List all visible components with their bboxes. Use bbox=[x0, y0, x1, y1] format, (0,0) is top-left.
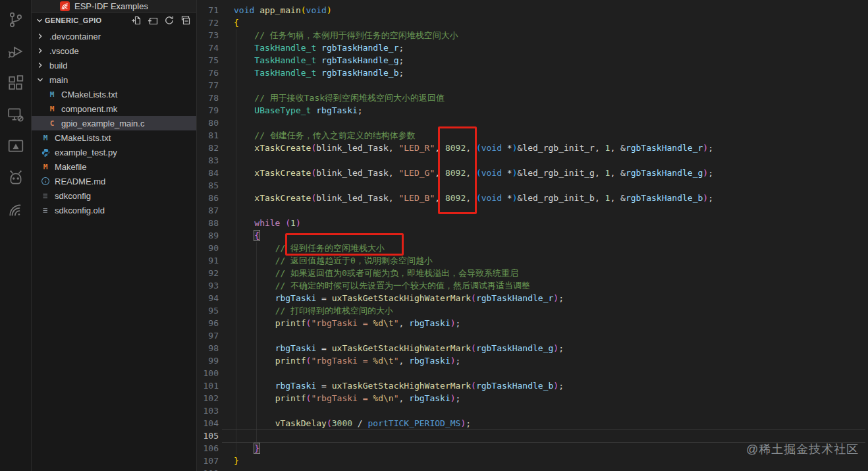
code-line[interactable]: } bbox=[234, 455, 713, 467]
code-line[interactable]: rbgTaski = uxTaskGetStackHighWaterMark(r… bbox=[234, 379, 713, 392]
line-number[interactable]: 93 bbox=[197, 279, 219, 292]
code-line[interactable]: xTaskCreate(blink_led_Task, "LED_B", 809… bbox=[234, 192, 713, 204]
new-folder-button[interactable] bbox=[148, 15, 158, 26]
code-line[interactable] bbox=[234, 117, 713, 129]
line-number[interactable]: 72 bbox=[197, 16, 219, 29]
line-number[interactable]: 99 bbox=[197, 354, 219, 367]
line-number[interactable]: 107 bbox=[197, 455, 219, 467]
line-number[interactable]: 79 bbox=[197, 104, 219, 117]
tree-item-main[interactable]: main bbox=[32, 72, 196, 87]
tree-item-sdkconfig[interactable]: sdkconfig bbox=[32, 188, 196, 203]
tree-item-README.md[interactable]: README.md bbox=[32, 174, 196, 188]
line-number[interactable]: 71 bbox=[197, 4, 219, 16]
code-line[interactable]: // 打印得到的堆栈空间的大小 bbox=[234, 304, 713, 317]
line-number[interactable]: 108 bbox=[197, 467, 219, 471]
code-line[interactable]: UBaseType_t rbgTaski; bbox=[234, 104, 713, 117]
code-line[interactable]: // 如果返回值为0或者可能为负，即堆栈溢出，会导致系统重启 bbox=[234, 267, 713, 279]
code-line[interactable]: xTaskCreate(blink_led_Task, "LED_R", 809… bbox=[234, 142, 713, 154]
line-number[interactable]: 101 bbox=[197, 379, 219, 392]
line-number[interactable]: 103 bbox=[197, 404, 219, 417]
code-line[interactable] bbox=[234, 404, 713, 417]
line-number[interactable]: 91 bbox=[197, 254, 219, 267]
line-number[interactable]: 75 bbox=[197, 54, 219, 67]
code-line[interactable]: printf("rbgTaski = %d\n", rbgTaski); bbox=[234, 392, 713, 404]
code-line[interactable]: // 任务句柄，本例用于得到任务的空闲堆栈空间大小 bbox=[234, 29, 713, 42]
line-number[interactable]: 80 bbox=[197, 117, 219, 129]
code-line[interactable]: { bbox=[234, 229, 713, 242]
code-editor[interactable]: 7172737475767778798081828384858687888990… bbox=[197, 0, 868, 471]
panel-warning-icon[interactable] bbox=[7, 137, 25, 155]
line-number[interactable]: 90 bbox=[197, 242, 219, 254]
line-number[interactable]: 95 bbox=[197, 304, 219, 317]
code-line[interactable] bbox=[234, 429, 713, 442]
extensions-icon[interactable] bbox=[7, 74, 25, 92]
new-file-button[interactable] bbox=[131, 15, 142, 26]
line-number[interactable]: 73 bbox=[197, 29, 219, 42]
code-line[interactable] bbox=[234, 204, 713, 217]
tree-item-component.mk[interactable]: Mcomponent.mk bbox=[32, 101, 196, 116]
code-line[interactable] bbox=[234, 154, 713, 167]
workspace-row[interactable]: ESP-IDF Examples bbox=[32, 0, 196, 13]
tree-item-CMakeLists.txt[interactable]: MCMakeLists.txt bbox=[32, 87, 196, 101]
tree-item-.vscode[interactable]: .vscode bbox=[32, 43, 196, 58]
line-number[interactable]: 78 bbox=[197, 92, 219, 104]
line-number[interactable]: 98 bbox=[197, 342, 219, 354]
line-number[interactable]: 87 bbox=[197, 204, 219, 217]
line-number[interactable]: 94 bbox=[197, 292, 219, 304]
code-line[interactable]: TaskHandle_t rgbTaskHandle_b; bbox=[234, 67, 713, 79]
code-line[interactable]: // 返回值越趋近于0，说明剩余空间越小 bbox=[234, 254, 713, 267]
code-line[interactable]: // 创建任务，传入之前定义的结构体参数 bbox=[234, 129, 713, 142]
tree-item-.devcontainer[interactable]: .devcontainer bbox=[32, 29, 196, 43]
remote-explorer-icon[interactable] bbox=[7, 105, 25, 124]
line-number[interactable]: 85 bbox=[197, 179, 219, 192]
code-line[interactable]: while (1) bbox=[234, 217, 713, 229]
line-number[interactable]: 82 bbox=[197, 142, 219, 154]
line-number[interactable]: 100 bbox=[197, 367, 219, 379]
code-line[interactable]: rbgTaski = uxTaskGetStackHighWaterMark(r… bbox=[234, 342, 713, 354]
code-line[interactable] bbox=[234, 329, 713, 342]
tree-item-build[interactable]: build bbox=[32, 58, 196, 72]
code-line[interactable] bbox=[234, 179, 713, 192]
tree-item-example_test.py[interactable]: example_test.py bbox=[32, 145, 196, 159]
code-line[interactable]: { bbox=[234, 16, 713, 29]
code-line[interactable]: } bbox=[234, 442, 713, 455]
code-line[interactable]: TaskHandle_t rgbTaskHandle_g; bbox=[234, 54, 713, 67]
code-line[interactable] bbox=[234, 79, 713, 92]
line-number[interactable]: 96 bbox=[197, 317, 219, 329]
line-number[interactable]: 97 bbox=[197, 329, 219, 342]
code-line[interactable]: void app_main(void) bbox=[234, 4, 713, 16]
code-line[interactable]: printf("rbgTaski = %d\t", rbgTaski); bbox=[234, 317, 713, 329]
line-number[interactable]: 84 bbox=[197, 167, 219, 179]
line-number[interactable]: 104 bbox=[197, 417, 219, 429]
run-debug-icon[interactable] bbox=[7, 42, 25, 61]
line-number[interactable]: 89 bbox=[197, 229, 219, 242]
line-number[interactable]: 77 bbox=[197, 79, 219, 92]
line-number[interactable]: 81 bbox=[197, 129, 219, 142]
line-number[interactable]: 88 bbox=[197, 217, 219, 229]
tree-item-Makefile[interactable]: MMakefile bbox=[32, 159, 196, 174]
line-number[interactable]: 106 bbox=[197, 442, 219, 455]
code-line[interactable]: // 得到任务的空闲堆栈大小 bbox=[234, 242, 713, 254]
line-number[interactable]: 102 bbox=[197, 392, 219, 404]
line-number[interactable]: 86 bbox=[197, 192, 219, 204]
line-number[interactable]: 92 bbox=[197, 267, 219, 279]
code-line[interactable] bbox=[234, 367, 713, 379]
espressif-icon[interactable] bbox=[7, 200, 25, 219]
line-number[interactable]: 76 bbox=[197, 67, 219, 79]
code-line[interactable]: // 用于接收Task得到空闲堆栈空间大小的返回值 bbox=[234, 92, 713, 104]
tree-item-CMakeLists.txt[interactable]: MCMakeLists.txt bbox=[32, 130, 196, 145]
robot-icon[interactable] bbox=[7, 169, 25, 187]
tree-item-gpio_example_main.c[interactable]: Cgpio_example_main.c bbox=[32, 116, 196, 130]
line-number[interactable]: 83 bbox=[197, 154, 219, 167]
code-line[interactable]: rbgTaski = uxTaskGetStackHighWaterMark(r… bbox=[234, 292, 713, 304]
tree-item-sdkconfig.old[interactable]: sdkconfig.old bbox=[32, 203, 196, 217]
code-line[interactable] bbox=[234, 467, 713, 471]
line-number[interactable]: 74 bbox=[197, 42, 219, 54]
code-line[interactable]: printf("rbgTaski = %d\t", rbgTaski); bbox=[234, 354, 713, 367]
code-line[interactable]: // 不确定的时候可以先设置为一个较大的值，然后调试再适当调整 bbox=[234, 279, 713, 292]
code-line[interactable]: xTaskCreate(blink_led_Task, "LED_G", 809… bbox=[234, 167, 713, 179]
code-line[interactable]: TaskHandle_t rgbTaskHandle_r; bbox=[234, 42, 713, 54]
collapse-all-button[interactable] bbox=[180, 15, 191, 26]
section-header-generic-gpio[interactable]: GENERIC_GPIO bbox=[32, 13, 196, 27]
source-control-icon[interactable] bbox=[7, 11, 25, 29]
